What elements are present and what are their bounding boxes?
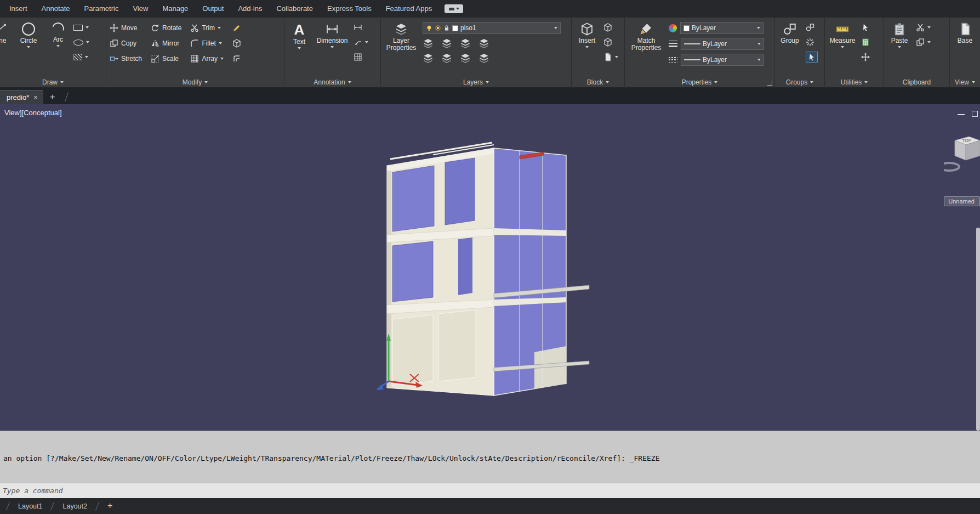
panel-label-block[interactable]: Block [572, 76, 624, 88]
quick-calc-button[interactable] [861, 37, 870, 48]
stretch-button[interactable]: Stretch [110, 53, 142, 64]
layer-unisolate-icon[interactable] [441, 53, 452, 64]
layer-thaw-all-icon[interactable] [460, 53, 471, 64]
move-button[interactable]: Move [110, 22, 142, 33]
lineweight-value: ByLayer [703, 40, 727, 48]
panel-label-layers[interactable]: Layers [381, 76, 571, 88]
id-point-button[interactable] [861, 52, 870, 63]
layer-dropdown[interactable]: piso1 [423, 22, 561, 34]
leader-button[interactable] [354, 37, 368, 48]
panel-label-annotation[interactable]: Annotation [284, 76, 380, 88]
create-block-button[interactable] [603, 37, 618, 48]
file-tab-predio[interactable]: predio* × [0, 90, 43, 104]
tab-view[interactable]: View [126, 0, 155, 18]
tab-manage[interactable]: Manage [155, 0, 195, 18]
fillet-button[interactable]: Fillet [190, 38, 224, 49]
new-layout-button[interactable]: + [104, 501, 116, 512]
panel-modify: Move Rotate Trim Copy Mirror Fillet Stre… [106, 18, 284, 88]
tab-express-tools[interactable]: Express Tools [320, 0, 379, 18]
rectangle-button[interactable] [73, 22, 89, 33]
attributes-button[interactable] [603, 52, 618, 63]
ungroup-button[interactable] [806, 37, 818, 48]
copy-clip-button[interactable] [916, 37, 931, 48]
layer-on-all-icon[interactable] [423, 53, 434, 64]
group-button[interactable]: Group [778, 20, 801, 44]
tab-addins[interactable]: Add-ins [231, 0, 269, 18]
layout1-tab[interactable]: Layout1 [15, 502, 45, 510]
close-icon[interactable]: × [33, 93, 38, 101]
new-drawing-button[interactable]: + [43, 92, 62, 104]
trim-button[interactable]: Trim [190, 22, 224, 33]
panel-label-groups[interactable]: Groups [775, 76, 824, 88]
hatch-button[interactable] [73, 52, 89, 63]
layer-off-icon[interactable] [423, 38, 434, 49]
text-button[interactable]: A Text [288, 20, 311, 49]
circle-button[interactable]: Circle [14, 20, 43, 48]
viewport-scrollbar[interactable] [976, 228, 980, 431]
group-selection-icon [807, 53, 816, 61]
measure-button[interactable]: Measure [828, 20, 857, 48]
arc-button[interactable]: Arc [47, 20, 69, 47]
leader-icon [354, 38, 362, 47]
array-button[interactable]: Array [190, 53, 224, 64]
tab-insert[interactable]: Insert [2, 0, 35, 18]
erase-button[interactable] [232, 22, 241, 33]
workspace-switcher[interactable] [445, 4, 463, 13]
dimension-button[interactable]: Dimension [315, 20, 349, 48]
chevron-down-icon [298, 47, 301, 49]
group-edit-button[interactable] [806, 22, 818, 33]
mirror-button[interactable]: Mirror [151, 38, 181, 49]
layout2-tab[interactable]: Layout2 [59, 502, 90, 510]
panel-label-view[interactable]: View [950, 76, 980, 88]
chevron-down-icon [757, 59, 761, 61]
linear-dimension-button[interactable] [354, 22, 368, 33]
base-view-button[interactable]: Base [953, 20, 977, 44]
layer-isolate-icon[interactable] [441, 38, 452, 49]
insert-block-button[interactable]: Insert [575, 20, 599, 48]
match-properties-button[interactable]: Match Properties [628, 20, 664, 52]
quick-select-button[interactable] [861, 22, 870, 33]
workspace-icon [449, 8, 454, 10]
offset-button[interactable] [232, 53, 241, 64]
copy-button[interactable]: Copy [110, 38, 142, 49]
tab-output[interactable]: Output [195, 0, 231, 18]
panel-draw: Line Circle Arc Draw [0, 18, 106, 88]
edit-block-button[interactable] [603, 22, 618, 33]
panel-label-clipboard[interactable]: Clipboard [884, 76, 949, 88]
layer-lock-icon[interactable] [478, 38, 489, 49]
tab-featured-apps[interactable]: Featured Apps [379, 0, 440, 18]
tab-annotate[interactable]: Annotate [35, 0, 77, 18]
scale-button[interactable]: Scale [151, 53, 181, 64]
ellipse-button[interactable] [73, 37, 89, 48]
text-label: Text [293, 38, 305, 46]
table-button[interactable] [354, 52, 368, 63]
layer-match-icon[interactable] [478, 53, 489, 64]
panel-label-modify[interactable]: Modify [106, 76, 284, 88]
linetype-dropdown[interactable]: ByLayer [681, 54, 764, 66]
dimension-icon [326, 22, 339, 36]
layer-properties-button[interactable]: Layer Properties [384, 20, 418, 52]
tab-collaborate[interactable]: Collaborate [269, 0, 320, 18]
panel-label-draw[interactable]: Draw [0, 76, 106, 88]
lineweight-dropdown[interactable]: ByLayer [681, 38, 764, 50]
viewcube-ucs-label[interactable]: Unnamed [944, 196, 980, 206]
group-selection-toggle[interactable] [806, 52, 818, 63]
drawing-viewport[interactable]: View][Conceptual] [0, 104, 980, 431]
tab-parametric[interactable]: Parametric [77, 0, 126, 18]
layer-freeze-icon[interactable] [460, 38, 471, 49]
command-input[interactable]: Type a command [0, 483, 980, 498]
panel-label-properties[interactable]: Properties [625, 76, 774, 88]
stretch-label: Stretch [121, 55, 142, 63]
object-color-dropdown[interactable]: ByLayer [680, 22, 764, 34]
paste-button[interactable]: Paste [887, 20, 911, 48]
dialog-launcher-icon[interactable] [767, 81, 772, 86]
rotate-button[interactable]: Rotate [151, 22, 181, 33]
viewcube[interactable]: TOP [944, 135, 980, 184]
panel-label-utilities[interactable]: Utilities [825, 76, 884, 88]
explode-button[interactable] [232, 38, 241, 49]
viewcube-compass-ring[interactable] [944, 163, 959, 171]
line-button[interactable]: Line [0, 20, 10, 44]
cut-button[interactable] [916, 22, 931, 33]
3d-building-model[interactable] [0, 104, 980, 431]
group-label: Group [780, 37, 799, 44]
